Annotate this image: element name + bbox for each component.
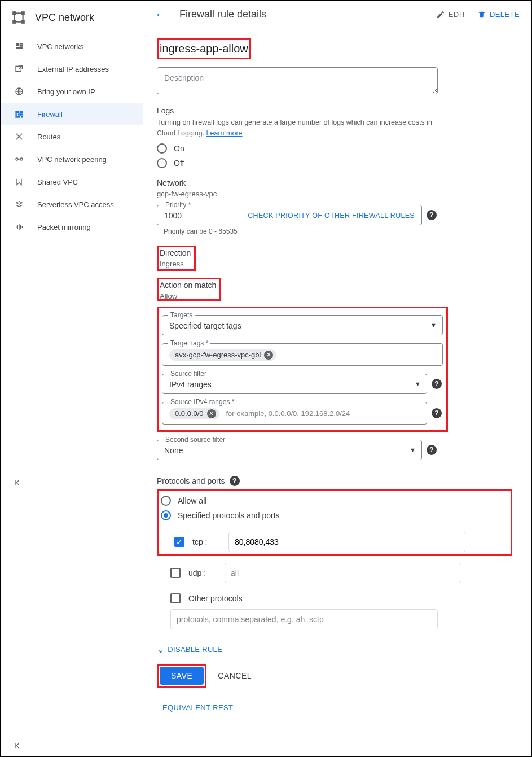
priority-hint: Priority can be 0 - 65535 — [164, 227, 517, 235]
description-textarea[interactable] — [157, 67, 438, 94]
sidebar-item-routes[interactable]: Routes — [1, 125, 143, 148]
product-title: VPC network — [35, 12, 94, 24]
udp-ports-input[interactable] — [225, 563, 461, 583]
firewall-icon — [14, 110, 25, 119]
help-icon[interactable]: ? — [432, 408, 442, 418]
delete-button[interactable]: DELETE — [477, 10, 520, 19]
priority-field[interactable]: Priority * CHECK PRIORITY OF OTHER FIREW… — [157, 205, 422, 225]
sidebar-item-label: Packet mirroring — [37, 223, 91, 231]
sidebar-item-label: VPC network peering — [37, 155, 107, 164]
highlight-protocols: Allow all Specified protocols and ports … — [157, 489, 512, 556]
help-icon[interactable]: ? — [230, 476, 240, 486]
logs-off-radio[interactable]: Off — [157, 158, 517, 168]
cancel-button[interactable]: CANCEL — [218, 671, 252, 680]
udp-label: udp : — [188, 568, 225, 577]
chip-remove-icon[interactable]: ✕ — [207, 409, 216, 418]
logs-subtitle: Turning on firewall logs can generate a … — [157, 117, 439, 139]
edit-button[interactable]: EDIT — [436, 10, 466, 19]
svg-rect-14 — [15, 111, 19, 113]
chevron-down-icon: ⌄ — [157, 644, 164, 655]
specified-protocols-radio[interactable]: Specified protocols and ports — [161, 510, 508, 520]
collapse-sidebar-button-bottom[interactable] — [1, 736, 143, 756]
tcp-row: ✓ tcp : — [174, 532, 508, 552]
collapse-sidebar-button[interactable] — [1, 472, 143, 493]
product-header: VPC network — [1, 5, 143, 35]
sidebar-item-firewall[interactable]: Firewall — [1, 103, 143, 125]
help-icon[interactable]: ? — [427, 210, 437, 220]
tcp-label: tcp : — [192, 537, 228, 546]
check-priority-link[interactable]: CHECK PRIORITY OF OTHER FIREWALL RULES — [248, 212, 415, 220]
highlight-action: Action on match Allow — [157, 278, 221, 301]
radio-icon — [157, 143, 167, 154]
equivalent-rest-link[interactable]: EQUIVALENT REST — [162, 703, 517, 712]
highlight-rule-name: ingress-app-allow — [157, 38, 251, 59]
svg-rect-15 — [20, 111, 23, 113]
protocols-section: Protocols and ports ? Allow all Specifie… — [157, 476, 517, 629]
radio-icon — [161, 510, 171, 520]
other-protocols-checkbox[interactable] — [170, 593, 181, 603]
source-range-chip[interactable]: 0.0.0.0/0 ✕ — [169, 408, 219, 419]
svg-point-20 — [16, 158, 18, 160]
svg-rect-10 — [20, 45, 23, 47]
source-filter-select[interactable]: Source filter IPv4 ranges ▼ — [162, 374, 427, 394]
protocols-title: Protocols and ports — [157, 476, 225, 485]
allow-all-radio[interactable]: Allow all — [161, 496, 508, 506]
sidebar-item-serverless[interactable]: Serverless VPC access — [1, 193, 143, 216]
svg-rect-6 — [14, 15, 15, 21]
chevron-down-icon: ▼ — [430, 322, 437, 329]
disable-rule-toggle[interactable]: ⌄ DISABLE RULE — [157, 644, 517, 655]
radio-icon — [157, 158, 167, 168]
chevron-down-icon: ▼ — [410, 447, 416, 453]
source-ranges-hint: for example, 0.0.0.0/0, 192.168.2.0/24 — [226, 409, 350, 418]
sidebar-item-byoip[interactable]: Bring your own IP — [1, 80, 143, 103]
peering-icon — [14, 155, 25, 164]
tcp-ports-input[interactable] — [228, 532, 465, 552]
priority-input[interactable] — [164, 211, 209, 220]
svg-rect-18 — [15, 116, 20, 118]
sidebar-item-peering[interactable]: VPC network peering — [1, 148, 143, 170]
sidebar-item-label: Firewall — [37, 110, 63, 119]
topbar: ← Firewall rule details EDIT DELETE — [143, 1, 531, 28]
learn-more-link[interactable]: Learn more — [206, 129, 243, 137]
logs-on-radio[interactable]: On — [157, 143, 517, 154]
network-label: Network — [157, 178, 517, 187]
svg-point-21 — [20, 158, 23, 160]
other-protocols-input[interactable] — [170, 609, 438, 629]
svg-rect-5 — [16, 21, 22, 23]
source-ranges-field[interactable]: Source IPv4 ranges * 0.0.0.0/0 ✕ for exa… — [162, 402, 427, 425]
help-icon[interactable]: ? — [432, 379, 442, 389]
help-icon[interactable]: ? — [427, 445, 437, 455]
svg-rect-16 — [15, 113, 17, 115]
target-tags-field[interactable]: Target tags * avx-gcp-fw-egress-vpc-gbl … — [162, 343, 443, 366]
page-title: Firewall rule details — [179, 8, 425, 20]
packet-mirroring-icon — [14, 222, 25, 231]
save-button[interactable]: SAVE — [160, 667, 204, 685]
chip-remove-icon[interactable]: ✕ — [264, 351, 273, 360]
sidebar-item-vpc-networks[interactable]: VPC networks — [1, 35, 143, 58]
tcp-checkbox[interactable]: ✓ — [174, 537, 184, 547]
target-tag-chip[interactable]: avx-gcp-fw-egress-vpc-gbl ✕ — [169, 349, 276, 361]
network-section: Network gcp-fw-egress-vpc — [157, 178, 517, 198]
second-source-filter-select[interactable]: Second source filter None ▼ — [157, 440, 422, 460]
sidebar-item-label: VPC networks — [37, 42, 83, 51]
direction-value: Ingress — [160, 260, 191, 268]
udp-row: udp : — [170, 563, 517, 583]
sidebar-item-shared-vpc[interactable]: Shared VPC — [1, 170, 143, 193]
trash-icon — [477, 10, 486, 19]
chevron-left-icon — [14, 478, 23, 487]
network-value: gcp-fw-egress-vpc — [157, 190, 517, 198]
direction-label: Direction — [160, 248, 191, 257]
sidebar-item-external-ip[interactable]: External IP addresses — [1, 58, 143, 80]
udp-checkbox[interactable] — [170, 568, 181, 578]
main-content: ← Firewall rule details EDIT DELETE ingr… — [143, 1, 531, 756]
chevron-down-icon: ▼ — [415, 380, 421, 387]
highlight-save: SAVE — [157, 664, 206, 688]
action-label: Action on match — [160, 281, 216, 290]
targets-select[interactable]: Targets Specified target tags ▼ — [162, 315, 443, 335]
highlight-direction: Direction Ingress — [157, 246, 196, 271]
action-value: Allow — [160, 292, 216, 300]
highlight-targets: Targets Specified target tags ▼ Target t… — [157, 307, 448, 432]
radio-icon — [161, 496, 171, 506]
back-arrow-icon[interactable]: ← — [155, 7, 167, 22]
sidebar-item-packet-mirroring[interactable]: Packet mirroring — [1, 216, 143, 238]
